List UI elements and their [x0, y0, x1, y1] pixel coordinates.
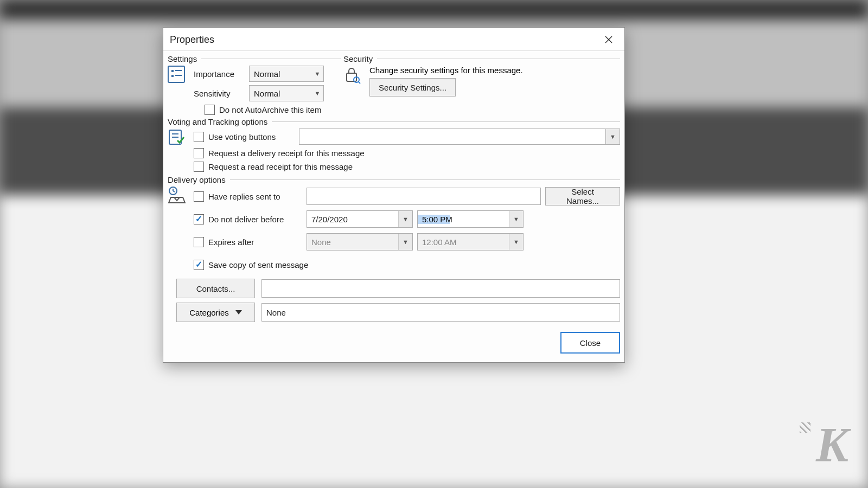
watermark: K: [816, 417, 846, 473]
security-legend: Security: [343, 54, 373, 63]
no-deliver-before-label: Do not deliver before: [208, 215, 284, 224]
expires-after-time: 12:00 AM: [418, 237, 509, 247]
voting-legend: Voting and Tracking options: [168, 117, 267, 126]
no-deliver-before-date-combo[interactable]: 7/20/2020 ▼: [307, 210, 413, 228]
contacts-input[interactable]: [261, 279, 620, 298]
select-names-button[interactable]: Select Names...: [545, 187, 620, 206]
svg-line-10: [173, 191, 175, 192]
use-voting-checkbox[interactable]: [194, 132, 204, 142]
categories-button-label: Categories: [189, 308, 229, 317]
no-deliver-before-time: 5:00 PM: [418, 215, 509, 224]
voting-buttons-combo[interactable]: ▼: [299, 129, 620, 145]
properties-dialog: Properties Settings Importance: [163, 27, 625, 363]
close-button[interactable]: Close: [560, 332, 620, 354]
categories-button[interactable]: Categories: [176, 303, 255, 322]
read-receipt-label: Request a read receipt for this message: [208, 162, 353, 171]
settings-list-icon: [168, 66, 185, 83]
dropdown-triangle-icon: [235, 310, 242, 314]
have-replies-checkbox[interactable]: [194, 191, 204, 202]
importance-value: Normal: [250, 69, 311, 79]
settings-legend: Settings: [168, 54, 197, 63]
save-copy-checkbox[interactable]: [194, 260, 204, 270]
divider: [377, 59, 620, 59]
use-voting-label: Use voting buttons: [208, 132, 276, 142]
ballot-icon: [168, 129, 188, 172]
chevron-down-icon: ▼: [509, 234, 523, 250]
have-replies-label: Have replies sent to: [208, 192, 280, 201]
outbox-clock-icon: [168, 187, 188, 274]
sensitivity-value: Normal: [250, 89, 311, 98]
importance-label: Importance: [194, 69, 245, 79]
categories-input[interactable]: [261, 303, 620, 322]
autoarchive-checkbox[interactable]: [205, 105, 215, 115]
sensitivity-combo[interactable]: Normal ▼: [249, 85, 324, 101]
chevron-down-icon: ▼: [509, 211, 523, 227]
lock-icon: [343, 66, 364, 97]
expires-after-date: None: [307, 237, 398, 247]
expires-after-label: Expires after: [208, 237, 254, 247]
expires-after-checkbox[interactable]: [194, 237, 204, 247]
chevron-down-icon: ▼: [398, 211, 412, 227]
chevron-down-icon: ▼: [311, 90, 323, 97]
dialog-title: Properties: [170, 34, 214, 46]
have-replies-input[interactable]: [307, 188, 541, 205]
no-deliver-before-time-combo[interactable]: 5:00 PM ▼: [417, 210, 524, 228]
delivery-legend: Delivery options: [168, 175, 226, 184]
save-copy-label: Save copy of sent message: [208, 260, 308, 269]
read-receipt-checkbox[interactable]: [194, 162, 204, 172]
sensitivity-label: Sensitivity: [194, 89, 245, 98]
divider: [272, 121, 620, 122]
contacts-button[interactable]: Contacts...: [176, 279, 255, 298]
importance-combo[interactable]: Normal ▼: [249, 66, 324, 82]
no-deliver-before-date: 7/20/2020: [307, 215, 398, 224]
expires-after-date-combo[interactable]: None ▼: [307, 233, 413, 251]
chevron-down-icon: ▼: [398, 234, 412, 250]
expires-after-time-combo[interactable]: 12:00 AM ▼: [417, 233, 524, 251]
delivery-receipt-label: Request a delivery receipt for this mess…: [208, 149, 365, 158]
close-icon[interactable]: [598, 32, 619, 47]
chevron-down-icon: ▼: [605, 129, 620, 144]
titlebar: Properties: [163, 28, 624, 51]
voting-value: [299, 129, 605, 144]
chevron-down-icon: ▼: [311, 70, 323, 77]
delivery-receipt-checkbox[interactable]: [194, 148, 204, 158]
security-settings-button[interactable]: Security Settings...: [369, 78, 456, 97]
divider: [201, 59, 341, 59]
autoarchive-label: Do not AutoArchive this item: [219, 105, 321, 114]
divider: [230, 179, 620, 180]
svg-line-4: [358, 81, 360, 84]
no-deliver-before-checkbox[interactable]: [194, 214, 204, 224]
security-description: Change security settings for this messag…: [369, 66, 620, 75]
